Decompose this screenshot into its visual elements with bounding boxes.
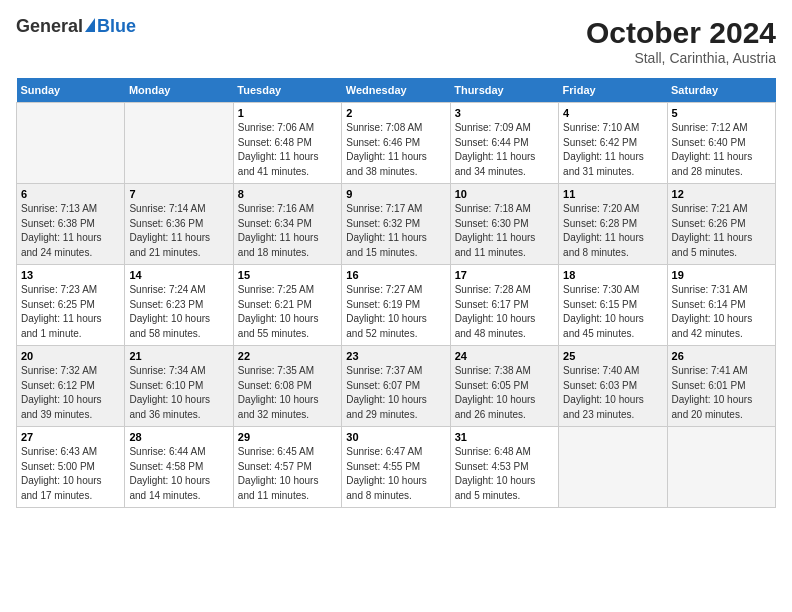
calendar-day-cell: 3Sunrise: 7:09 AM Sunset: 6:44 PM Daylig… (450, 103, 558, 184)
calendar-day-cell: 29Sunrise: 6:45 AM Sunset: 4:57 PM Dayli… (233, 427, 341, 508)
calendar-table: SundayMondayTuesdayWednesdayThursdayFrid… (16, 78, 776, 508)
calendar-day-cell: 20Sunrise: 7:32 AM Sunset: 6:12 PM Dayli… (17, 346, 125, 427)
calendar-day-cell: 27Sunrise: 6:43 AM Sunset: 5:00 PM Dayli… (17, 427, 125, 508)
logo-triangle-icon (85, 18, 95, 32)
calendar-day-cell: 18Sunrise: 7:30 AM Sunset: 6:15 PM Dayli… (559, 265, 667, 346)
day-info: Sunrise: 7:31 AM Sunset: 6:14 PM Dayligh… (672, 283, 771, 341)
calendar-day-cell: 16Sunrise: 7:27 AM Sunset: 6:19 PM Dayli… (342, 265, 450, 346)
day-number: 1 (238, 107, 337, 119)
day-info: Sunrise: 7:13 AM Sunset: 6:38 PM Dayligh… (21, 202, 120, 260)
day-info: Sunrise: 7:35 AM Sunset: 6:08 PM Dayligh… (238, 364, 337, 422)
day-info: Sunrise: 7:34 AM Sunset: 6:10 PM Dayligh… (129, 364, 228, 422)
calendar-header-row: SundayMondayTuesdayWednesdayThursdayFrid… (17, 78, 776, 103)
calendar-day-cell: 12Sunrise: 7:21 AM Sunset: 6:26 PM Dayli… (667, 184, 775, 265)
calendar-day-cell: 23Sunrise: 7:37 AM Sunset: 6:07 PM Dayli… (342, 346, 450, 427)
calendar-week-row: 1Sunrise: 7:06 AM Sunset: 6:48 PM Daylig… (17, 103, 776, 184)
calendar-day-cell (667, 427, 775, 508)
day-number: 28 (129, 431, 228, 443)
day-number: 3 (455, 107, 554, 119)
day-number: 26 (672, 350, 771, 362)
calendar-day-cell: 15Sunrise: 7:25 AM Sunset: 6:21 PM Dayli… (233, 265, 341, 346)
day-info: Sunrise: 7:28 AM Sunset: 6:17 PM Dayligh… (455, 283, 554, 341)
day-number: 22 (238, 350, 337, 362)
day-number: 10 (455, 188, 554, 200)
day-number: 12 (672, 188, 771, 200)
day-number: 30 (346, 431, 445, 443)
logo-general-text: General (16, 16, 83, 37)
day-number: 4 (563, 107, 662, 119)
day-info: Sunrise: 7:38 AM Sunset: 6:05 PM Dayligh… (455, 364, 554, 422)
day-info: Sunrise: 6:44 AM Sunset: 4:58 PM Dayligh… (129, 445, 228, 503)
month-title: October 2024 (586, 16, 776, 50)
day-info: Sunrise: 7:20 AM Sunset: 6:28 PM Dayligh… (563, 202, 662, 260)
calendar-day-cell (559, 427, 667, 508)
day-info: Sunrise: 7:09 AM Sunset: 6:44 PM Dayligh… (455, 121, 554, 179)
day-info: Sunrise: 7:32 AM Sunset: 6:12 PM Dayligh… (21, 364, 120, 422)
calendar-day-cell: 19Sunrise: 7:31 AM Sunset: 6:14 PM Dayli… (667, 265, 775, 346)
calendar-day-cell (125, 103, 233, 184)
calendar-week-row: 6Sunrise: 7:13 AM Sunset: 6:38 PM Daylig… (17, 184, 776, 265)
calendar-day-cell: 24Sunrise: 7:38 AM Sunset: 6:05 PM Dayli… (450, 346, 558, 427)
day-info: Sunrise: 7:21 AM Sunset: 6:26 PM Dayligh… (672, 202, 771, 260)
day-number: 16 (346, 269, 445, 281)
calendar-week-row: 13Sunrise: 7:23 AM Sunset: 6:25 PM Dayli… (17, 265, 776, 346)
calendar-day-cell: 11Sunrise: 7:20 AM Sunset: 6:28 PM Dayli… (559, 184, 667, 265)
calendar-day-cell: 26Sunrise: 7:41 AM Sunset: 6:01 PM Dayli… (667, 346, 775, 427)
day-number: 9 (346, 188, 445, 200)
day-info: Sunrise: 7:41 AM Sunset: 6:01 PM Dayligh… (672, 364, 771, 422)
day-number: 23 (346, 350, 445, 362)
day-number: 18 (563, 269, 662, 281)
day-info: Sunrise: 7:25 AM Sunset: 6:21 PM Dayligh… (238, 283, 337, 341)
day-number: 25 (563, 350, 662, 362)
calendar-header-cell: Monday (125, 78, 233, 103)
day-number: 20 (21, 350, 120, 362)
calendar-header-cell: Wednesday (342, 78, 450, 103)
calendar-day-cell: 30Sunrise: 6:47 AM Sunset: 4:55 PM Dayli… (342, 427, 450, 508)
day-number: 29 (238, 431, 337, 443)
calendar-day-cell: 1Sunrise: 7:06 AM Sunset: 6:48 PM Daylig… (233, 103, 341, 184)
logo: General Blue (16, 16, 136, 37)
day-number: 19 (672, 269, 771, 281)
day-info: Sunrise: 7:40 AM Sunset: 6:03 PM Dayligh… (563, 364, 662, 422)
day-number: 17 (455, 269, 554, 281)
calendar-header-cell: Saturday (667, 78, 775, 103)
day-info: Sunrise: 7:30 AM Sunset: 6:15 PM Dayligh… (563, 283, 662, 341)
calendar-body: 1Sunrise: 7:06 AM Sunset: 6:48 PM Daylig… (17, 103, 776, 508)
day-info: Sunrise: 7:12 AM Sunset: 6:40 PM Dayligh… (672, 121, 771, 179)
calendar-day-cell: 21Sunrise: 7:34 AM Sunset: 6:10 PM Dayli… (125, 346, 233, 427)
day-number: 15 (238, 269, 337, 281)
calendar-day-cell: 4Sunrise: 7:10 AM Sunset: 6:42 PM Daylig… (559, 103, 667, 184)
calendar-header-cell: Friday (559, 78, 667, 103)
calendar-day-cell: 10Sunrise: 7:18 AM Sunset: 6:30 PM Dayli… (450, 184, 558, 265)
day-info: Sunrise: 7:27 AM Sunset: 6:19 PM Dayligh… (346, 283, 445, 341)
day-number: 24 (455, 350, 554, 362)
day-number: 6 (21, 188, 120, 200)
calendar-day-cell: 14Sunrise: 7:24 AM Sunset: 6:23 PM Dayli… (125, 265, 233, 346)
calendar-day-cell: 31Sunrise: 6:48 AM Sunset: 4:53 PM Dayli… (450, 427, 558, 508)
calendar-day-cell (17, 103, 125, 184)
calendar-day-cell: 8Sunrise: 7:16 AM Sunset: 6:34 PM Daylig… (233, 184, 341, 265)
day-info: Sunrise: 7:16 AM Sunset: 6:34 PM Dayligh… (238, 202, 337, 260)
calendar-day-cell: 6Sunrise: 7:13 AM Sunset: 6:38 PM Daylig… (17, 184, 125, 265)
calendar-day-cell: 9Sunrise: 7:17 AM Sunset: 6:32 PM Daylig… (342, 184, 450, 265)
location-title: Stall, Carinthia, Austria (586, 50, 776, 66)
day-info: Sunrise: 7:24 AM Sunset: 6:23 PM Dayligh… (129, 283, 228, 341)
day-number: 27 (21, 431, 120, 443)
day-number: 11 (563, 188, 662, 200)
day-info: Sunrise: 7:06 AM Sunset: 6:48 PM Dayligh… (238, 121, 337, 179)
day-number: 14 (129, 269, 228, 281)
calendar-week-row: 20Sunrise: 7:32 AM Sunset: 6:12 PM Dayli… (17, 346, 776, 427)
day-number: 31 (455, 431, 554, 443)
day-info: Sunrise: 7:17 AM Sunset: 6:32 PM Dayligh… (346, 202, 445, 260)
day-info: Sunrise: 7:18 AM Sunset: 6:30 PM Dayligh… (455, 202, 554, 260)
day-info: Sunrise: 7:37 AM Sunset: 6:07 PM Dayligh… (346, 364, 445, 422)
title-section: October 2024 Stall, Carinthia, Austria (586, 16, 776, 66)
day-info: Sunrise: 6:43 AM Sunset: 5:00 PM Dayligh… (21, 445, 120, 503)
day-info: Sunrise: 7:23 AM Sunset: 6:25 PM Dayligh… (21, 283, 120, 341)
day-info: Sunrise: 6:45 AM Sunset: 4:57 PM Dayligh… (238, 445, 337, 503)
calendar-day-cell: 13Sunrise: 7:23 AM Sunset: 6:25 PM Dayli… (17, 265, 125, 346)
day-info: Sunrise: 7:14 AM Sunset: 6:36 PM Dayligh… (129, 202, 228, 260)
calendar-header-cell: Tuesday (233, 78, 341, 103)
day-number: 21 (129, 350, 228, 362)
page-header: General Blue October 2024 Stall, Carinth… (16, 16, 776, 66)
